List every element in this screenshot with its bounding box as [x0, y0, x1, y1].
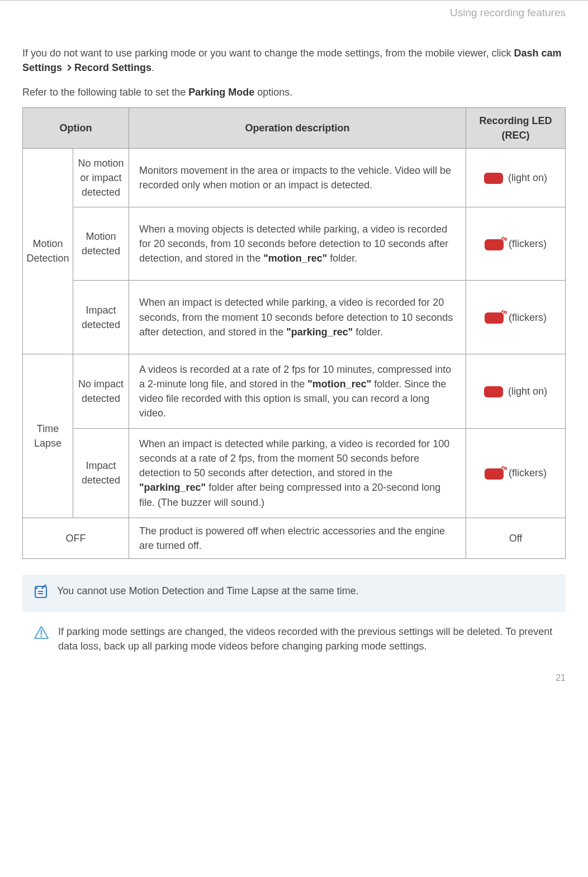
led-label: (flickers)	[509, 467, 547, 478]
table-header-row: Option Operation description Recording L…	[23, 107, 566, 148]
led-status: (light on)	[466, 354, 566, 428]
led-status: (flickers)	[466, 207, 566, 281]
option-desc: Monitors movement in the area or impacts…	[129, 149, 466, 207]
led-flicker-icon	[485, 468, 504, 480]
led-on-icon	[484, 173, 503, 184]
refer-bold: Parking Mode	[188, 87, 254, 98]
desc-bold: "parking_rec"	[139, 482, 206, 493]
refer-prefix: Refer to the following table to set the	[22, 87, 188, 98]
option-sub: No motion or impact detected	[73, 149, 129, 207]
option-sub: Impact detected	[73, 281, 129, 354]
table-row: Time Lapse No impact detected A videos i…	[23, 354, 566, 428]
header-option: Option	[23, 107, 129, 148]
led-flicker-icon	[485, 239, 504, 250]
note-text: You cannot use Motion Detection and Time…	[57, 584, 554, 598]
flicker-rays-icon	[500, 463, 509, 471]
note-box: You cannot use Motion Detection and Time…	[22, 575, 566, 612]
intro-suffix: .	[151, 62, 154, 73]
option-sub: Motion detected	[73, 207, 129, 281]
led-flicker-icon	[485, 312, 504, 324]
intro-bold-2: Record Settings	[74, 62, 151, 73]
option-desc: When an impact is detected while parking…	[129, 281, 466, 354]
desc-bold: "motion_rec"	[307, 378, 371, 390]
parking-mode-table: Option Operation description Recording L…	[22, 107, 566, 559]
led-status: (light on)	[466, 149, 566, 207]
option-motion-detection: Motion Detection	[23, 149, 73, 354]
led-label: (light on)	[508, 386, 547, 397]
led-label: (flickers)	[509, 238, 547, 249]
table-row: Impact detected When an impact is detect…	[23, 429, 566, 518]
desc-bold: "parking_rec"	[286, 326, 353, 338]
warning-box: If parking mode settings are changed, th…	[22, 624, 566, 653]
led-status: (flickers)	[466, 429, 566, 518]
table-row: OFF The product is powered off when elec…	[23, 518, 566, 558]
option-desc: When a moving objects is detected while …	[129, 207, 466, 281]
refer-paragraph: Refer to the following table to set the …	[22, 85, 566, 99]
option-sub: Impact detected	[73, 429, 129, 518]
page-number: 21	[556, 671, 566, 684]
table-row: Impact detected When an impact is detect…	[23, 281, 566, 354]
led-label: (flickers)	[509, 312, 547, 323]
table-row: Motion detected When a moving objects is…	[23, 207, 566, 281]
warning-text: If parking mode settings are changed, th…	[58, 624, 554, 653]
led-status: Off	[466, 518, 566, 558]
led-label: (light on)	[508, 172, 547, 183]
svg-point-2	[41, 636, 42, 637]
desc-post: folder.	[327, 253, 357, 264]
option-desc: A videos is recorded at a rate of 2 fps …	[129, 354, 466, 428]
header-description: Operation description	[129, 107, 466, 148]
table-row: Motion Detection No motion or impact det…	[23, 149, 566, 207]
option-desc: The product is powered off when electric…	[129, 518, 466, 558]
led-on-icon	[484, 386, 503, 397]
desc-post: folder.	[353, 326, 383, 338]
desc-bold: "motion_rec"	[263, 253, 327, 264]
flicker-rays-icon	[500, 307, 509, 315]
option-time-lapse: Time Lapse	[23, 354, 73, 518]
note-icon	[34, 585, 48, 603]
warning-icon	[34, 625, 49, 644]
chevron-right-icon	[65, 64, 71, 70]
led-status: (flickers)	[466, 281, 566, 354]
header-led: Recording LED (REC)	[466, 107, 566, 148]
intro-paragraph: If you do not want to use parking mode o…	[22, 46, 566, 75]
option-sub: No impact detected	[73, 354, 129, 428]
option-desc: When an impact is detected while parking…	[129, 429, 466, 518]
intro-prefix: If you do not want to use parking mode o…	[22, 48, 514, 59]
flicker-rays-icon	[500, 234, 509, 241]
option-off: OFF	[23, 518, 129, 558]
desc-pre: When an impact is detected while parking…	[139, 438, 449, 478]
refer-suffix: options.	[254, 87, 292, 98]
section-header: Using recording features	[22, 1, 566, 46]
